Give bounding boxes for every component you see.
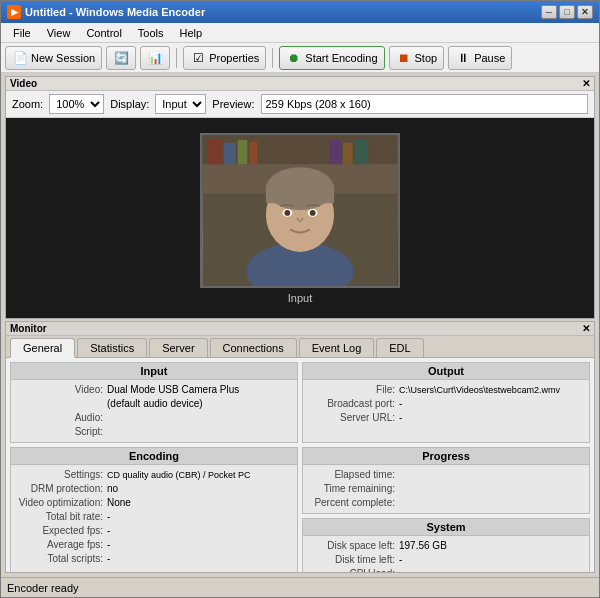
separator-1 [176, 48, 177, 68]
svg-rect-8 [343, 142, 353, 163]
display-label: Display: [110, 98, 149, 110]
encoding-bitrate-value: - [107, 510, 291, 524]
input-block-header: Input [11, 363, 297, 380]
menu-control[interactable]: Control [78, 25, 129, 41]
input-block: Input Video: Dual Mode USB Camera Plus (… [10, 362, 298, 443]
encoding-drm-label: DRM protection: [17, 482, 107, 496]
menu-view[interactable]: View [39, 25, 79, 41]
tab-connections[interactable]: Connections [210, 338, 297, 357]
progress-remaining-value [399, 482, 583, 496]
output-block-header: Output [303, 363, 589, 380]
new-session-icon: 📄 [12, 50, 28, 66]
encoding-avg-fps-value: - [107, 538, 291, 552]
encoding-expected-fps-label: Expected fps: [17, 524, 107, 538]
tab-general[interactable]: General [10, 338, 75, 358]
monitor-section: Monitor ✕ General Statistics Server Conn… [5, 321, 595, 573]
svg-rect-3 [207, 139, 222, 163]
properties-button[interactable]: ☑ Properties [183, 46, 266, 70]
preview-label: Preview: [212, 98, 254, 110]
svg-point-18 [310, 210, 316, 216]
input-caption: Input [288, 292, 312, 304]
tab-edl[interactable]: EDL [376, 338, 423, 357]
input-audio-row: Audio: [17, 411, 291, 425]
encoding-scripts-value: - [107, 552, 291, 566]
separator-2 [272, 48, 273, 68]
maximize-button[interactable]: □ [559, 5, 575, 19]
encoding-drm-value: no [107, 482, 291, 496]
encoding-settings-row: Settings: CD quality audio (CBR) / Pocke… [17, 468, 291, 482]
input-block-content: Video: Dual Mode USB Camera Plus (defaul… [11, 380, 297, 442]
progress-percent-value [399, 496, 583, 510]
svg-rect-6 [249, 141, 257, 163]
svg-rect-5 [238, 139, 248, 163]
preview-input[interactable] [261, 94, 589, 114]
monitor-tabs: General Statistics Server Connections Ev… [6, 336, 594, 358]
progress-percent-row: Percent complete: [309, 496, 583, 510]
output-broadcast-value: - [399, 397, 583, 411]
progress-block: Progress Elapsed time: Time remaining: [302, 447, 590, 514]
output-server-row: Server URL: - [309, 411, 583, 425]
input-script-value [107, 425, 291, 439]
system-block-header: System [303, 519, 589, 536]
recent-button[interactable]: 🔄 [106, 46, 136, 70]
menu-help[interactable]: Help [172, 25, 211, 41]
svg-rect-9 [355, 139, 369, 163]
status-bar: Encoder ready [1, 577, 599, 597]
system-disk-space-row: Disk space left: 197.56 GB [309, 539, 583, 553]
main-window: ▶ Untitled - Windows Media Encoder ─ □ ✕… [0, 0, 600, 598]
input-script-row: Script: [17, 425, 291, 439]
minimize-button[interactable]: ─ [541, 5, 557, 19]
tab-statistics[interactable]: Statistics [77, 338, 147, 357]
monitor-section-close[interactable]: ✕ [582, 323, 590, 334]
encoding-video-opt-label: Video optimization: [17, 496, 107, 510]
encoding-video-opt-row: Video optimization: None [17, 496, 291, 510]
progress-percent-label: Percent complete: [309, 496, 399, 510]
stop-icon: ⏹ [396, 50, 412, 66]
stats-button[interactable]: 📊 [140, 46, 170, 70]
stop-button[interactable]: ⏹ Stop [389, 46, 445, 70]
input-audio-value [107, 411, 291, 425]
encoding-settings-label: Settings: [17, 468, 107, 482]
new-session-label: New Session [31, 52, 95, 64]
output-block-content: File: C:\Users\Curt\Videos\testwebcam2.w… [303, 380, 589, 428]
encoding-block-content: Settings: CD quality audio (CBR) / Pocke… [11, 465, 297, 569]
new-session-button[interactable]: 📄 New Session [5, 46, 102, 70]
svg-rect-14 [266, 188, 334, 203]
encoding-video-opt-value: None [107, 496, 291, 510]
display-select[interactable]: Input [155, 94, 206, 114]
encoding-block: Encoding Settings: CD quality audio (CBR… [10, 447, 298, 573]
encoding-avg-fps-label: Average fps: [17, 538, 107, 552]
start-encoding-button[interactable]: ⏺ Start Encoding [279, 46, 384, 70]
progress-elapsed-row: Elapsed time: [309, 468, 583, 482]
start-encoding-label: Start Encoding [305, 52, 377, 64]
tab-event-log[interactable]: Event Log [299, 338, 375, 357]
system-cpu-label: CPU load: [309, 567, 399, 573]
video-display: Input [6, 118, 594, 318]
menu-tools[interactable]: Tools [130, 25, 172, 41]
status-text: Encoder ready [7, 582, 79, 594]
close-button[interactable]: ✕ [577, 5, 593, 19]
tab-server[interactable]: Server [149, 338, 207, 357]
monitor-section-title: Monitor [10, 323, 47, 334]
pause-button[interactable]: ⏸ Pause [448, 46, 512, 70]
properties-label: Properties [209, 52, 259, 64]
video-section-close[interactable]: ✕ [582, 78, 590, 89]
main-content: Video ✕ Zoom: 100% Display: Input Previe… [1, 73, 599, 577]
output-block: Output File: C:\Users\Curt\Videos\testwe… [302, 362, 590, 443]
encoding-expected-fps-row: Expected fps: - [17, 524, 291, 538]
progress-block-header: Progress [303, 448, 589, 465]
output-broadcast-label: Broadcast port: [309, 397, 399, 411]
menu-file[interactable]: File [5, 25, 39, 41]
system-cpu-value: - [399, 567, 583, 573]
video-section: Video ✕ Zoom: 100% Display: Input Previe… [5, 76, 595, 319]
input-video-value: Dual Mode USB Camera Plus [107, 383, 291, 397]
system-cpu-row: CPU load: - [309, 567, 583, 573]
progress-remaining-label: Time remaining: [309, 482, 399, 496]
title-bar: ▶ Untitled - Windows Media Encoder ─ □ ✕ [1, 1, 599, 23]
window-title: Untitled - Windows Media Encoder [25, 6, 205, 18]
output-file-label: File: [309, 383, 399, 397]
output-broadcast-row: Broadcast port: - [309, 397, 583, 411]
zoom-select[interactable]: 100% [49, 94, 104, 114]
recent-icon: 🔄 [113, 50, 129, 66]
encoding-scripts-label: Total scripts: [17, 552, 107, 566]
